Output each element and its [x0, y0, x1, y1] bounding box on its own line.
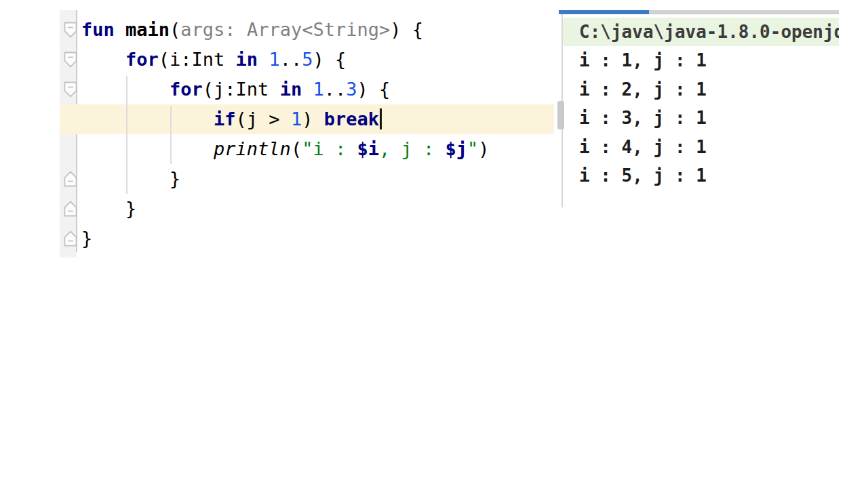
code-token: $j	[445, 138, 467, 159]
code-token: in	[280, 79, 302, 100]
fold-collapse-icon[interactable]	[63, 21, 78, 39]
code-token: }	[81, 228, 92, 249]
code-token: main	[125, 19, 170, 40]
text-caret	[380, 108, 382, 129]
code-token: )	[478, 138, 489, 159]
code-token: (	[170, 19, 180, 40]
console-tab-indicator	[559, 10, 649, 14]
fold-collapse-end-icon[interactable]	[63, 230, 78, 247]
code-token: in	[236, 49, 258, 70]
code-token	[302, 79, 313, 100]
console-topbar	[649, 10, 839, 14]
code-token: if	[214, 108, 236, 129]
code-line[interactable]: if(j > 1) break	[81, 104, 490, 134]
code-token: ..	[324, 79, 347, 100]
code-block: fun main(args: Array<String>) { for(i:In…	[81, 15, 490, 253]
code-token: println	[214, 138, 291, 159]
code-token: (j:Int	[203, 79, 280, 100]
code-token: (j >	[236, 108, 291, 129]
code-line[interactable]: for(j:Int in 1..3) {	[81, 75, 490, 104]
fold-collapse-icon[interactable]	[63, 81, 78, 98]
fold-collapse-end-icon[interactable]	[63, 170, 78, 188]
code-line[interactable]: }	[81, 224, 490, 253]
code-token: }	[81, 168, 180, 189]
code-token: "	[467, 138, 478, 159]
code-token: ) {	[357, 79, 390, 100]
console-output-line: i : 1, j : 1	[563, 46, 839, 75]
fold-collapse-icon[interactable]	[63, 51, 78, 68]
code-token: , j :	[379, 138, 446, 159]
code-line[interactable]: }	[81, 194, 490, 224]
console-output-line: i : 3, j : 1	[563, 104, 839, 133]
code-token: for	[125, 49, 159, 70]
code-token: $i	[357, 138, 379, 159]
code-token: (	[291, 138, 302, 159]
code-line[interactable]: println("i : $i, j : $j")	[81, 134, 490, 164]
code-token	[81, 79, 170, 100]
code-token: )	[302, 108, 324, 129]
code-token	[258, 49, 269, 70]
console-command-line: C:\java\java-1.8.0-openjd	[563, 18, 839, 46]
code-token	[81, 108, 214, 129]
code-token: 1	[291, 108, 302, 129]
code-token: break	[324, 108, 379, 129]
console-output-line: i : 4, j : 1	[563, 133, 839, 162]
code-line[interactable]: for(i:Int in 1..5) {	[81, 45, 490, 75]
code-token: args: Array<String>	[180, 19, 390, 40]
code-token: 5	[302, 49, 313, 70]
code-token: for	[170, 79, 203, 100]
code-line[interactable]: }	[81, 164, 490, 194]
code-line[interactable]: fun main(args: Array<String>) {	[81, 15, 490, 45]
code-token: ..	[280, 49, 302, 70]
code-token	[81, 49, 125, 70]
code-token: "i :	[302, 138, 357, 159]
code-token: fun	[81, 19, 115, 40]
screenshot-canvas: fun main(args: Array<String>) { for(i:In…	[0, 0, 868, 488]
code-token: 1	[313, 79, 323, 100]
console-output: i : 1, j : 1i : 2, j : 1i : 3, j : 1i : …	[563, 46, 839, 190]
console-output-line: i : 5, j : 1	[563, 161, 839, 190]
console-output-line: i : 2, j : 1	[563, 75, 839, 104]
run-console: C:\java\java-1.8.0-openjd i : 1, j : 1i …	[563, 18, 839, 207]
code-token: 3	[346, 79, 357, 100]
fold-collapse-end-icon[interactable]	[63, 200, 78, 218]
code-token: (i:Int	[159, 49, 236, 70]
code-token	[115, 19, 125, 40]
code-token: 1	[269, 49, 279, 70]
code-token: }	[81, 198, 136, 219]
code-token	[81, 138, 214, 159]
code-token: ) {	[313, 49, 346, 70]
code-token: ) {	[390, 19, 423, 40]
